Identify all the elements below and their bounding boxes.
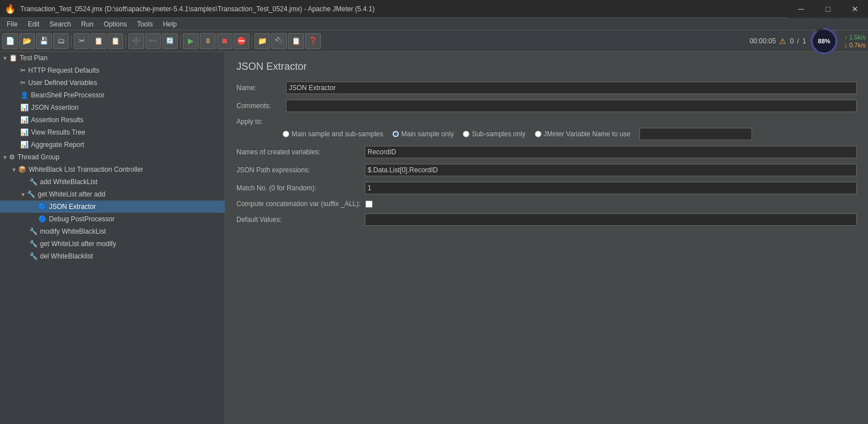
radio-main-only[interactable]: Main sample only: [392, 130, 454, 138]
sidebar-item-http-request-defaults[interactable]: ✂ HTTP Request Defaults: [0, 64, 225, 77]
main-layout: ▼ 📋 Test Plan ✂ HTTP Request Defaults ✂ …: [0, 52, 868, 424]
sidebar-item-view-results-tree[interactable]: 📊 View Results Tree: [0, 126, 225, 139]
separator-4: [252, 35, 252, 47]
name-label: Name:: [236, 84, 281, 92]
assertion-results-icon: 📊: [20, 116, 29, 124]
aggregate-label: Aggregate Report: [31, 141, 84, 149]
debug-pp-icon: 🔵: [38, 215, 47, 223]
toolbar-cut[interactable]: ✂: [74, 33, 90, 49]
sidebar-item-assertion-results[interactable]: 📊 Assertion Results: [0, 114, 225, 126]
toolbar-copy[interactable]: 📋: [91, 33, 106, 49]
warning-icon: ⚠: [779, 37, 786, 46]
expand-arrow: ▼: [2, 55, 9, 61]
sidebar-item-test-plan[interactable]: ▼ 📋 Test Plan: [0, 52, 225, 64]
user-vars-icon: ✂: [20, 79, 26, 87]
toolbar-log-viewer[interactable]: 📋: [288, 33, 304, 49]
comments-row: Comments:: [236, 100, 857, 112]
toolbar-help[interactable]: ❓: [305, 33, 321, 49]
radio-jmeter-var[interactable]: JMeter Variable Name to use: [535, 130, 631, 138]
tc-arrow: ▼: [11, 167, 18, 173]
beanshell-label: BeanShell PreProcessor: [31, 91, 105, 99]
sidebar-item-get-whitelist-after-modify[interactable]: 🔧 get WhiteList after modify: [0, 238, 225, 250]
sidebar-item-thread-group[interactable]: ▼ ⚙ Thread Group: [0, 151, 225, 163]
performance-gauge: 88%: [809, 26, 839, 56]
tc-label: WhiteBlack LIst Transaction Controller: [29, 166, 143, 173]
default-values-input[interactable]: [365, 213, 857, 226]
toolbar-run[interactable]: ▶: [183, 33, 199, 49]
match-no-label: Match No. (0 for Random):: [236, 184, 360, 192]
compute-concat-checkbox[interactable]: [365, 200, 373, 208]
toolbar-remove[interactable]: ➖: [145, 33, 161, 49]
menu-search[interactable]: Search: [45, 19, 75, 29]
aggregate-icon: 📊: [20, 141, 29, 149]
sidebar-item-json-assertion[interactable]: 📊 JSON Assertion: [0, 101, 225, 114]
comments-label: Comments:: [236, 102, 281, 110]
maximize-button[interactable]: □: [815, 0, 841, 18]
menu-edit[interactable]: Edit: [23, 19, 44, 29]
toolbar-add[interactable]: ➕: [128, 33, 144, 49]
speed-down: ↓ 0.7k/s: [844, 42, 866, 48]
comments-input[interactable]: [286, 100, 857, 112]
jmeter-var-input[interactable]: [639, 128, 752, 140]
menu-options[interactable]: Options: [99, 19, 131, 29]
close-button[interactable]: ✕: [842, 0, 868, 18]
toolbar-plugins[interactable]: 🔌: [271, 33, 287, 49]
separator-3: [180, 35, 181, 47]
name-input[interactable]: [286, 82, 857, 94]
json-path-label: JSON Path expressions:: [236, 166, 360, 174]
radio-jmeter-var-input[interactable]: [535, 131, 542, 137]
compute-concat-label: Compute concatenation var (suffix _ALL):: [236, 200, 361, 208]
assertion-results-label: Assertion Results: [31, 116, 83, 124]
menu-run[interactable]: Run: [77, 19, 98, 29]
radio-main-only-input[interactable]: [392, 131, 399, 137]
toolbar-saveall[interactable]: 🗂: [53, 33, 69, 49]
sidebar-item-user-defined-variables[interactable]: ✂ User Defined Variables: [0, 77, 225, 89]
sidebar-item-debug-postprocessor[interactable]: 🔵 Debug PostProcessor: [0, 213, 225, 225]
compute-concat-row: Compute concatenation var (suffix _ALL):: [236, 200, 857, 208]
menu-tools[interactable]: Tools: [132, 19, 157, 29]
radio-sub-only-input[interactable]: [463, 131, 469, 137]
match-no-row: Match No. (0 for Random):: [236, 182, 857, 194]
sidebar-item-aggregate-report[interactable]: 📊 Aggregate Report: [0, 139, 225, 151]
menu-file[interactable]: File: [2, 19, 22, 29]
radio-main-sub[interactable]: Main sample and sub-samples: [283, 130, 383, 138]
minimize-button[interactable]: ─: [788, 0, 814, 18]
toolbar-new[interactable]: 📄: [2, 33, 18, 49]
right-panel-form: JSON Extractor Name: Comments: Apply to:…: [225, 52, 868, 424]
app-icon: 🔥: [5, 3, 16, 14]
radio-main-sub-input[interactable]: [283, 131, 289, 137]
get-whitelist-label: get WhiteList after add: [38, 190, 105, 198]
toolbar-open[interactable]: 📂: [19, 33, 35, 49]
form-title: JSON Extractor: [236, 61, 857, 73]
toolbar-pause[interactable]: ⏸: [200, 33, 216, 49]
match-no-input[interactable]: [365, 182, 857, 194]
sidebar-item-del-whiteblacklist[interactable]: 🔧 del WhiteBlacklist: [0, 250, 225, 262]
sidebar-item-get-whitelist-after-add[interactable]: ▼ 🔧 get WhiteList after add: [0, 188, 225, 200]
thread-group-arrow: ▼: [2, 154, 9, 160]
names-of-vars-input[interactable]: [365, 146, 857, 158]
toolbar-clear[interactable]: 🔄: [162, 33, 178, 49]
default-values-row: Default Values:: [236, 213, 857, 226]
toolbar-paste[interactable]: 📋: [108, 33, 123, 49]
names-of-vars-row: Names of created variables:: [236, 146, 857, 158]
menu-help[interactable]: Help: [158, 19, 181, 29]
sidebar-item-beanshell[interactable]: 👤 BeanShell PreProcessor: [0, 89, 225, 101]
toolbar-templates[interactable]: 📁: [254, 33, 270, 49]
sidebar-item-wb-transaction-controller[interactable]: ▼ 📦 WhiteBlack LIst Transaction Controll…: [0, 163, 225, 176]
thread-group-icon: ⚙: [9, 153, 15, 161]
sidebar-item-json-extractor[interactable]: 🔵 JSON Extractor: [0, 200, 225, 213]
toolbar-save[interactable]: 💾: [36, 33, 52, 49]
json-path-row: JSON Path expressions:: [236, 164, 857, 176]
apply-to-section: Apply to: Main sample and sub-samples Ma…: [236, 118, 857, 140]
get-wl-modify-label: get WhiteList after modify: [40, 240, 116, 248]
radio-sub-only[interactable]: Sub-samples only: [463, 130, 525, 138]
sidebar-item-modify-whiteblacklist[interactable]: 🔧 modify WhiteBlackList: [0, 225, 225, 238]
toolbar-stop[interactable]: ⏹: [217, 33, 232, 49]
test-plan-label: Test Plan: [20, 54, 47, 62]
thread-group-label: Thread Group: [17, 153, 60, 161]
toolbar-shutdown[interactable]: ⛔: [234, 33, 249, 49]
sidebar-item-add-whiteblacklist[interactable]: 🔧 add WhiteBlackList: [0, 176, 225, 188]
get-whitelist-arrow: ▼: [20, 191, 27, 198]
radio-jmeter-var-label: JMeter Variable Name to use: [544, 130, 631, 138]
json-path-input[interactable]: [365, 164, 857, 176]
